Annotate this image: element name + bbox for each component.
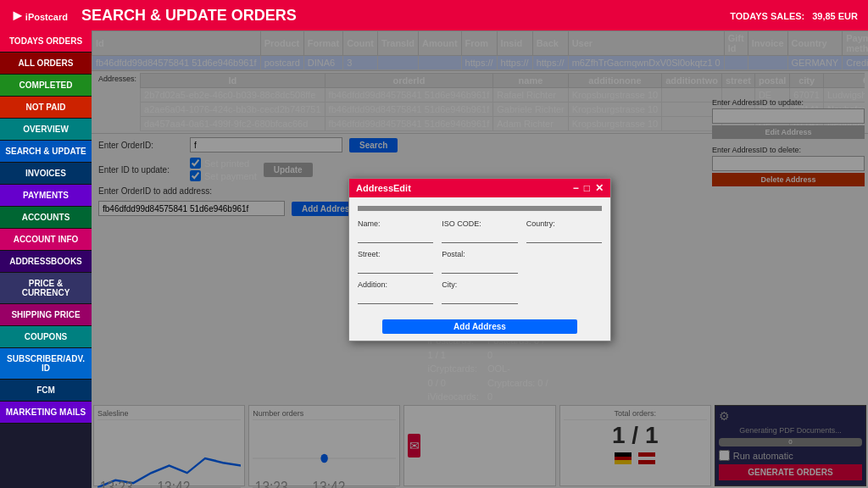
modal-country-field: Country: xyxy=(526,219,602,243)
sidebar-item-accounts[interactable]: ACCOUNTS xyxy=(0,207,92,229)
sidebar-item-shipping-price[interactable]: SHIPPING PRICE xyxy=(0,304,92,326)
sidebar-item-search-update[interactable]: SEARCH & UPDATE xyxy=(0,141,92,163)
modal-street-field: Street: xyxy=(358,250,433,274)
modal-name-input[interactable] xyxy=(358,230,433,243)
sidebar-item-subscriber[interactable]: SUBSCRIBER/ADV. ID xyxy=(0,348,92,380)
modal-postal-field: Postal: xyxy=(442,250,517,274)
modal-empty-field xyxy=(526,250,602,274)
modal-footer: Add Address xyxy=(349,313,610,341)
modal-city-field: City: xyxy=(442,280,517,304)
modal-add-address-button[interactable]: Add Address xyxy=(382,319,577,334)
modal-name-label: Name: xyxy=(358,219,433,228)
modal-city-empty xyxy=(526,280,602,304)
sidebar-item-fcm[interactable]: FCM xyxy=(0,380,92,402)
modal-iso-field: ISO CODE: xyxy=(442,219,517,243)
sidebar-item-todays-orders[interactable]: TODAYS ORDERS xyxy=(0,30,92,53)
modal-postal-input[interactable] xyxy=(442,260,517,274)
main-layout: TODAYS ORDERS ALL ORDERS COMPLETED NOT P… xyxy=(0,30,868,488)
sidebar: TODAYS ORDERS ALL ORDERS COMPLETED NOT P… xyxy=(0,30,92,488)
modal-addition-label: Addition: xyxy=(358,280,433,289)
modal-city-label: City: xyxy=(442,280,517,289)
modal-postal-label: Postal: xyxy=(442,250,517,258)
logo: ►iPostcard xyxy=(10,7,68,25)
address-edit-modal: AddressEdit − □ ✕ Name: xyxy=(348,178,611,341)
sidebar-item-coupons[interactable]: COUPONS xyxy=(0,326,92,348)
modal-iso-label: ISO CODE: xyxy=(442,219,517,228)
modal-addition-input[interactable] xyxy=(358,291,433,304)
sidebar-item-account-info[interactable]: ACCOUNT INFO xyxy=(0,229,92,251)
modal-close-button[interactable]: ✕ xyxy=(595,182,604,194)
modal-name-field: Name: xyxy=(358,219,433,243)
modal-maximize-button[interactable]: □ xyxy=(584,182,590,194)
sidebar-item-payments[interactable]: PAYMENTS xyxy=(0,185,92,207)
modal-country-input[interactable] xyxy=(526,230,602,243)
modal-country-label: Country: xyxy=(526,219,602,228)
modal-title-bar: AddressEdit − □ ✕ xyxy=(349,179,610,197)
modal-fields: Name: ISO CODE: Country: Street: xyxy=(358,219,602,304)
modal-title: AddressEdit xyxy=(356,183,411,193)
main-content: Id Product Format Count TransId Amount F… xyxy=(92,30,868,488)
modal-header-field xyxy=(358,206,602,211)
sidebar-item-marketing[interactable]: MARKETING MAILS xyxy=(0,402,92,424)
modal-body: Name: ISO CODE: Country: Street: xyxy=(349,197,610,313)
modal-street-input[interactable] xyxy=(358,260,433,274)
sales-info: TODAYS SALES: 39,85 EUR xyxy=(730,8,858,23)
modal-minimize-button[interactable]: − xyxy=(573,182,579,194)
modal-controls: − □ ✕ xyxy=(573,182,604,194)
sidebar-item-overview[interactable]: OVERVIEW xyxy=(0,119,92,141)
sidebar-item-invoices[interactable]: INVOICES xyxy=(0,163,92,185)
sidebar-item-price-currency[interactable]: PRICE & CURRENCY xyxy=(0,273,92,304)
sidebar-item-addressbooks[interactable]: ADDRESSBOOKS xyxy=(0,251,92,273)
page-title: SEARCH & UPDATE ORDERS xyxy=(81,7,730,25)
sidebar-item-not-paid[interactable]: NOT PAID xyxy=(0,97,92,119)
sidebar-item-completed[interactable]: COMPLETED xyxy=(0,75,92,97)
modal-city-input[interactable] xyxy=(442,291,517,304)
modal-street-label: Street: xyxy=(358,250,433,258)
modal-iso-input[interactable] xyxy=(442,230,517,243)
top-bar: ►iPostcard SEARCH & UPDATE ORDERS TODAYS… xyxy=(0,0,868,30)
modal-addition-field: Addition: xyxy=(358,280,433,304)
modal-overlay[interactable]: AddressEdit − □ ✕ Name: xyxy=(92,30,868,488)
sidebar-item-all-orders[interactable]: ALL ORDERS xyxy=(0,53,92,75)
